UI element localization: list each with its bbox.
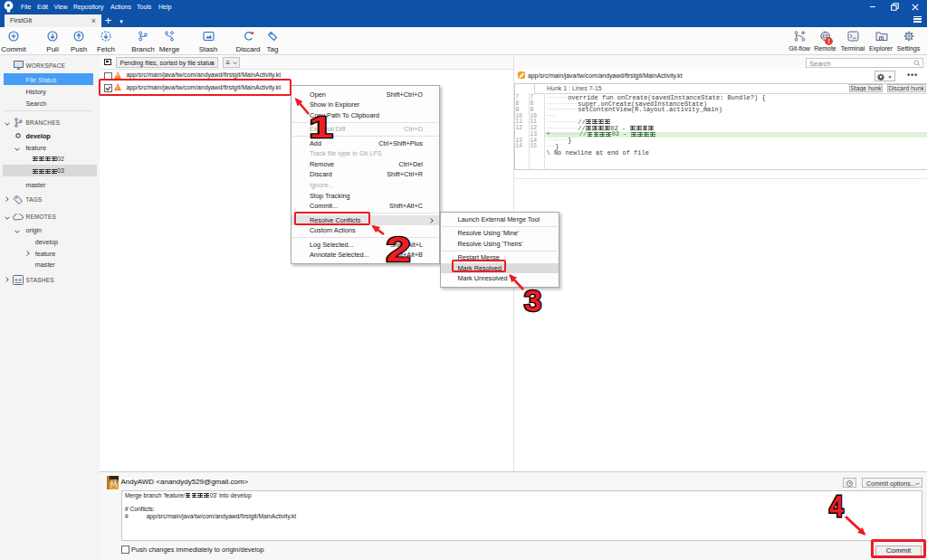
svg-text:!: ! [827, 37, 829, 43]
svg-text:3: 3 [524, 284, 542, 318]
